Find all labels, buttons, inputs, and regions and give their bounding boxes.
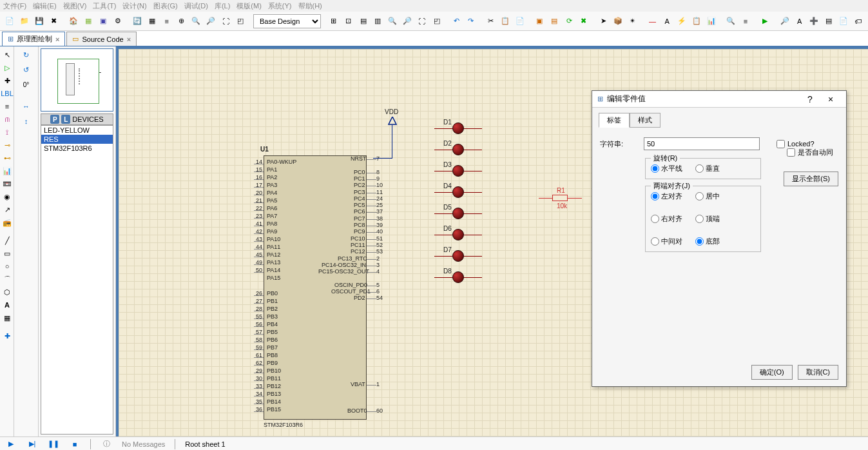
align-middle-radio[interactable]: 中间对: [651, 237, 682, 246]
find-icon[interactable]: 🔎: [778, 14, 791, 28]
wire-label-icon[interactable]: LBL: [1, 88, 14, 99]
erc-icon[interactable]: ⚡: [675, 14, 689, 28]
simulate-icon[interactable]: ▶: [758, 14, 772, 28]
zoom-fit-icon[interactable]: ⛶: [219, 14, 233, 28]
zoom-out-icon[interactable]: 🔎: [204, 14, 218, 28]
component-tool-icon[interactable]: ▷: [1, 62, 14, 73]
align-right-radio[interactable]: 右对齐: [651, 214, 682, 224]
menu-system[interactable]: 系统(Y): [268, 1, 292, 11]
chip-ref[interactable]: U1: [260, 146, 269, 153]
text-script-icon[interactable]: ≡: [1, 101, 14, 112]
cancel-button[interactable]: 取消(C): [798, 365, 838, 380]
cut-icon[interactable]: ✂: [484, 14, 497, 28]
distribute-icon[interactable]: ▥: [371, 14, 385, 28]
close-icon[interactable]: ✖: [47, 14, 61, 28]
pcb-icon[interactable]: ▦: [82, 14, 95, 28]
paste-icon[interactable]: 📄: [514, 14, 527, 28]
led[interactable]: [452, 229, 464, 240]
arc-2d-icon[interactable]: ⌒: [1, 273, 14, 285]
align-top-radio[interactable]: 顶端: [695, 214, 720, 224]
list-icon[interactable]: ▤: [822, 14, 836, 28]
grid-icon[interactable]: ▦: [146, 14, 159, 28]
align-center-radio[interactable]: 居中: [695, 191, 720, 201]
led-ref[interactable]: D8: [443, 268, 452, 275]
rotation-vertical-radio[interactable]: 垂直: [695, 164, 720, 173]
align-bottom-radio[interactable]: 底部: [695, 237, 720, 246]
dialog-tab-label[interactable]: 标签: [599, 113, 630, 128]
refresh-icon[interactable]: 🔄: [131, 14, 144, 28]
open-file-icon[interactable]: 📁: [18, 14, 32, 28]
tag-icon[interactable]: 🏷: [852, 14, 865, 28]
menu-file[interactable]: 文件(F): [3, 1, 26, 11]
menu-edit[interactable]: 编辑(E): [33, 1, 57, 11]
menu-help[interactable]: 帮助(H): [298, 1, 322, 11]
circle-2d-icon[interactable]: ○: [1, 260, 14, 272]
fit-all-icon[interactable]: ⛶: [415, 14, 429, 28]
locked-checkbox[interactable]: Locked?: [776, 140, 815, 148]
generator-icon[interactable]: ◉: [1, 191, 14, 202]
device-item[interactable]: STM32F103R6: [41, 144, 113, 153]
zoom-region-icon[interactable]: ◰: [233, 14, 247, 28]
undo-icon[interactable]: ↶: [450, 14, 463, 28]
tab-schematic[interactable]: ⊞ 原理图绘制 ×: [2, 32, 65, 46]
block-move-icon[interactable]: ▤: [548, 14, 561, 28]
led-ref[interactable]: D5: [443, 204, 452, 211]
led-ref[interactable]: D4: [443, 182, 452, 190]
plus-icon[interactable]: ➕: [807, 14, 821, 28]
property-icon[interactable]: ≡: [739, 14, 753, 28]
ok-button[interactable]: 确定(O): [751, 365, 793, 380]
tab-close-icon[interactable]: ×: [127, 35, 131, 43]
zoom-in-icon[interactable]: 🔍: [189, 14, 203, 28]
led[interactable]: [452, 208, 464, 219]
report-icon[interactable]: 📄: [837, 14, 851, 28]
led[interactable]: [452, 250, 464, 262]
chip-icon[interactable]: ⚙: [111, 14, 124, 28]
led[interactable]: [452, 186, 464, 198]
device-item[interactable]: LED-YELLOW: [41, 126, 113, 135]
led-ref[interactable]: D1: [443, 119, 452, 126]
led[interactable]: [452, 271, 464, 283]
bom-icon[interactable]: 📊: [704, 14, 718, 28]
text-2d-icon[interactable]: A: [1, 299, 14, 311]
rotation-value[interactable]: 0°: [20, 78, 33, 91]
info-icon[interactable]: ⓘ: [101, 438, 112, 450]
led-ref[interactable]: D7: [443, 246, 452, 253]
device-item[interactable]: RES: [41, 135, 113, 144]
stop-icon[interactable]: ■: [69, 438, 81, 450]
instrument-icon[interactable]: 📻: [1, 217, 14, 228]
block-delete-icon[interactable]: ✖: [577, 14, 590, 28]
p-icon[interactable]: P: [50, 115, 59, 124]
home-icon[interactable]: 🏠: [67, 14, 81, 28]
region-icon[interactable]: ◰: [430, 14, 443, 28]
play-icon[interactable]: ▶: [5, 438, 17, 450]
menu-debug[interactable]: 调试(D): [184, 1, 208, 11]
led[interactable]: [452, 144, 464, 155]
tab-source[interactable]: ▭ Source Code ×: [66, 32, 137, 46]
dialog-titlebar[interactable]: ⊞ 编辑零件值 ? ×: [592, 91, 846, 108]
search-icon[interactable]: 🔍: [724, 14, 738, 28]
help-button[interactable]: ?: [800, 94, 820, 104]
resistor-value[interactable]: 10k: [557, 202, 567, 210]
devices-list[interactable]: LED-YELLOW RES STM32F103R6: [41, 125, 113, 435]
bus-icon[interactable]: ⫙: [1, 113, 14, 125]
l-icon[interactable]: L: [61, 115, 70, 124]
close-button[interactable]: ×: [820, 94, 841, 104]
flip-h-icon[interactable]: ↔: [20, 100, 33, 113]
tape-icon[interactable]: 📼: [1, 178, 14, 190]
selection-tool-icon[interactable]: ↖: [1, 49, 14, 61]
resistor-ref[interactable]: R1: [557, 187, 565, 194]
menu-tools[interactable]: 工具(T): [93, 1, 116, 11]
new-file-icon[interactable]: 📄: [3, 14, 17, 28]
text-tool-icon[interactable]: A: [661, 14, 674, 28]
pin-icon[interactable]: ⊷: [1, 152, 14, 164]
marker-icon[interactable]: ✚: [1, 330, 14, 342]
rotation-horizontal-radio[interactable]: 水平线: [651, 164, 682, 173]
box-2d-icon[interactable]: ▭: [1, 248, 14, 259]
menu-design[interactable]: 设计(N): [122, 1, 146, 11]
probe-icon[interactable]: ↗: [1, 204, 14, 215]
led-ref[interactable]: D2: [443, 140, 452, 147]
layers-icon[interactable]: ≡: [160, 14, 173, 28]
block-rotate-icon[interactable]: ⟳: [563, 14, 576, 28]
graph-icon[interactable]: 📊: [1, 165, 14, 177]
target-icon[interactable]: ⊕: [175, 14, 188, 28]
